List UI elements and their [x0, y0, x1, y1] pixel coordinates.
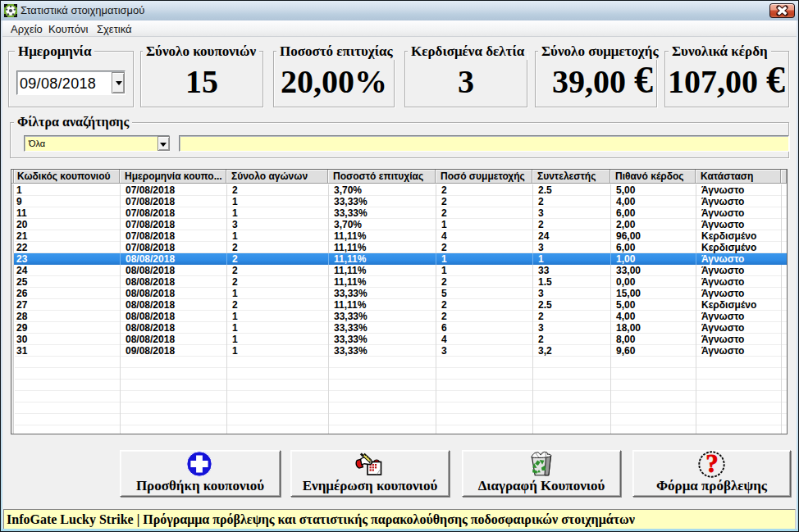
svg-text:?: ? [705, 451, 719, 478]
